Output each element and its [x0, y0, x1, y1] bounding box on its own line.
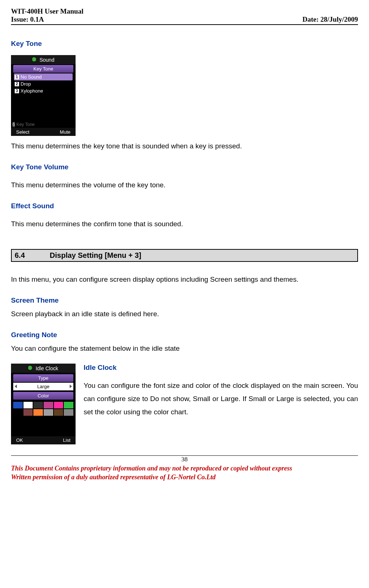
- color-swatch: [64, 409, 73, 416]
- para-effect-sound: This menu determines the confirm tone th…: [11, 217, 358, 231]
- heading-greeting-note: Greeting Note: [11, 331, 358, 339]
- color-grid: [11, 400, 76, 416]
- phone-title: Idle Clock: [11, 364, 76, 373]
- para-display-intro: In this menu, you can configure screen d…: [11, 273, 358, 286]
- phone-row-type: Type: [13, 374, 73, 382]
- screenshot-key-tone: Sound Key Tone 1 No Sound 2 Drop 3 Xylop…: [11, 55, 76, 136]
- document-page: WIT-400H User Manual Issue: 0.1A Date: 2…: [0, 0, 369, 489]
- page-footer: 38 This Document Contains proprietary in…: [11, 455, 358, 482]
- leaf-icon: [28, 366, 34, 371]
- color-swatch: [64, 402, 73, 408]
- leaf-icon: [32, 57, 38, 62]
- phone-title-text: Idle Clock: [36, 365, 58, 371]
- item-number-icon: 3: [15, 89, 19, 93]
- color-swatch: [54, 402, 63, 408]
- phone-softkeys: Select Mute: [11, 128, 76, 136]
- doc-issue: Issue: 0.1A: [11, 15, 44, 24]
- list-item: 2 Drop: [14, 80, 73, 87]
- idle-clock-block: Idle Clock Type Large Color OK List Idle…: [11, 364, 358, 444]
- page-header: WIT-400H User Manual Issue: 0.1A Date: 2…: [11, 7, 358, 25]
- para-greeting-note: You can configure the statement below in…: [11, 342, 358, 355]
- heading-key-tone: Key Tone: [11, 40, 358, 48]
- item-label: No Sound: [21, 74, 42, 80]
- color-swatch: [33, 402, 43, 408]
- color-swatch: [13, 402, 23, 408]
- color-swatch: [23, 402, 33, 408]
- phone-value-type: Large: [13, 383, 73, 390]
- color-swatch: [23, 409, 33, 416]
- heading-key-tone-volume: Key Tone Volume: [11, 163, 358, 171]
- softkey-right: Mute: [60, 129, 70, 135]
- doc-title: WIT-400H User Manual: [11, 7, 358, 15]
- color-swatch: [13, 409, 23, 416]
- phone-row-color: Color: [13, 392, 73, 400]
- phone-faded-text: Key Tone: [17, 122, 35, 127]
- page-number: 38: [11, 455, 358, 463]
- color-swatch: [44, 402, 53, 408]
- item-label: Drop: [21, 81, 31, 87]
- list-item: 1 No Sound: [14, 73, 73, 80]
- footer-line1: This Document Contains proprietary infor…: [11, 464, 358, 473]
- softkey-left: Select: [16, 129, 29, 135]
- softkey-right: List: [63, 437, 70, 443]
- item-number-icon: 1: [15, 75, 19, 79]
- section-title: Display Setting [Menu + 3]: [50, 251, 141, 259]
- phone-title: Sound: [11, 55, 76, 64]
- item-number-icon: 2: [15, 82, 19, 86]
- para-key-tone: This menu determines the key tone that i…: [11, 140, 358, 153]
- para-screen-theme: Screen playback in an idle state is defi…: [11, 307, 358, 321]
- phone-title-text: Sound: [40, 57, 54, 63]
- color-swatch: [54, 409, 63, 416]
- item-number-icon: 6: [12, 122, 15, 127]
- section-bar: 6.4 Display Setting [Menu + 3]: [11, 249, 358, 262]
- doc-date: Date: 28/July/2009: [303, 15, 358, 24]
- phone-list: 1 No Sound 2 Drop 3 Xylophone: [11, 73, 76, 94]
- heading-screen-theme: Screen Theme: [11, 296, 358, 304]
- heading-effect-sound: Effect Sound: [11, 202, 358, 210]
- phone-subtitle: Key Tone: [13, 65, 73, 73]
- phone-softkeys: OK List: [11, 436, 76, 444]
- footer-line2: Written permission of a duly authorized …: [11, 473, 358, 481]
- softkey-left: OK: [16, 437, 23, 443]
- color-swatch: [33, 409, 43, 416]
- phone-faded-row: 6 Key Tone: [12, 122, 35, 127]
- section-number: 6.4: [15, 251, 48, 260]
- list-item: 3 Xylophone: [14, 87, 73, 94]
- screenshot-idle-clock: Idle Clock Type Large Color OK List: [11, 364, 76, 444]
- para-key-tone-volume: This menu determines the volume of the k…: [11, 178, 358, 192]
- item-label: Xylophone: [21, 88, 43, 94]
- color-swatch: [44, 409, 53, 416]
